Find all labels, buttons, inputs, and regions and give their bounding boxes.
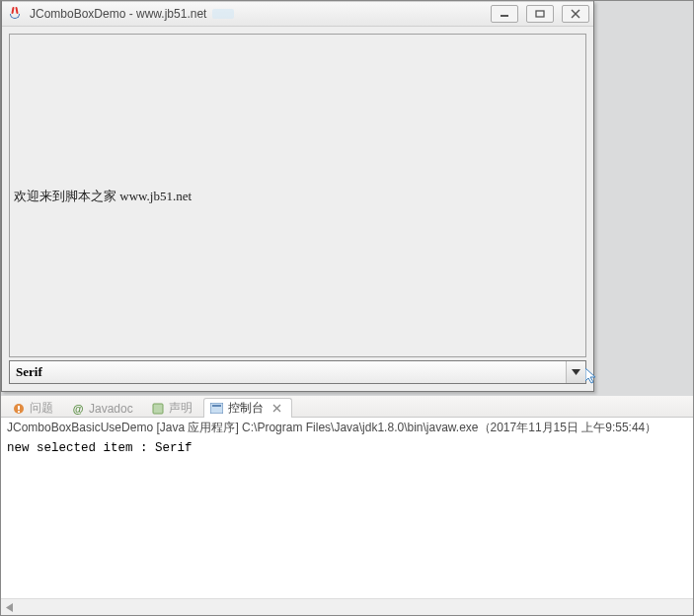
tab-declaration-label: 声明	[169, 400, 193, 417]
combobox-dropdown-button[interactable]	[566, 361, 585, 383]
maximize-button[interactable]	[526, 5, 554, 23]
problems-icon	[12, 402, 26, 416]
tab-console-label: 控制台	[228, 400, 264, 417]
svg-rect-0	[501, 15, 508, 17]
tab-javadoc[interactable]: @ Javadoc	[64, 398, 142, 418]
window-title: JComboBoxDemo - www.jb51.net	[30, 7, 206, 21]
tab-javadoc-label: Javadoc	[89, 402, 133, 416]
minimize-button[interactable]	[491, 5, 518, 23]
eclipse-panel: 问题 @ Javadoc 声明 控制台	[1, 396, 693, 615]
tab-declaration[interactable]: 声明	[144, 398, 201, 418]
console-output[interactable]: new selected item : Serif	[1, 439, 693, 592]
screenshot-root: JComboBoxDemo - www.jb51.net 欢迎来到脚本之家 ww…	[0, 0, 694, 616]
chevron-left-icon	[6, 603, 13, 612]
console-icon	[210, 402, 224, 416]
svg-rect-10	[210, 403, 223, 414]
svg-rect-11	[212, 405, 221, 407]
close-icon	[272, 404, 281, 413]
eclipse-tabs-bar: 问题 @ Javadoc 声明 控制台	[1, 396, 693, 418]
font-combobox[interactable]: Serif	[9, 360, 586, 384]
scroll-left-button[interactable]	[1, 599, 18, 616]
svg-rect-9	[153, 404, 163, 414]
maximize-icon	[535, 10, 545, 18]
content-panel: 欢迎来到脚本之家 www.jb51.net	[9, 34, 586, 357]
java-icon	[8, 6, 24, 22]
titlebar-smudge	[212, 9, 234, 19]
tab-console-close[interactable]	[271, 403, 283, 415]
declaration-icon	[151, 402, 165, 416]
svg-marker-14	[6, 603, 13, 612]
console-run-header: JComboBoxBasicUseDemo [Java 应用程序] C:\Pro…	[1, 418, 693, 439]
tab-console[interactable]: 控制台	[203, 398, 292, 418]
svg-rect-1	[536, 11, 544, 17]
console-horizontal-scrollbar[interactable]	[1, 598, 693, 615]
minimize-icon	[500, 10, 509, 18]
svg-rect-7	[18, 406, 20, 410]
combobox-selected-value: Serif	[10, 364, 566, 380]
tab-problems[interactable]: 问题	[5, 398, 62, 418]
javadoc-icon: @	[71, 402, 85, 416]
close-icon	[571, 9, 580, 19]
chevron-down-icon	[572, 369, 580, 375]
close-button[interactable]	[562, 5, 589, 23]
scrollbar-track[interactable]	[18, 599, 693, 615]
svg-marker-4	[572, 369, 580, 375]
window-titlebar[interactable]: JComboBoxDemo - www.jb51.net	[2, 1, 593, 27]
welcome-label: 欢迎来到脚本之家 www.jb51.net	[14, 188, 192, 205]
swing-window: JComboBoxDemo - www.jb51.net 欢迎来到脚本之家 ww…	[1, 1, 594, 392]
tab-problems-label: 问题	[30, 400, 53, 417]
svg-rect-8	[18, 411, 20, 413]
window-client-area: 欢迎来到脚本之家 www.jb51.net Serif	[7, 32, 588, 386]
